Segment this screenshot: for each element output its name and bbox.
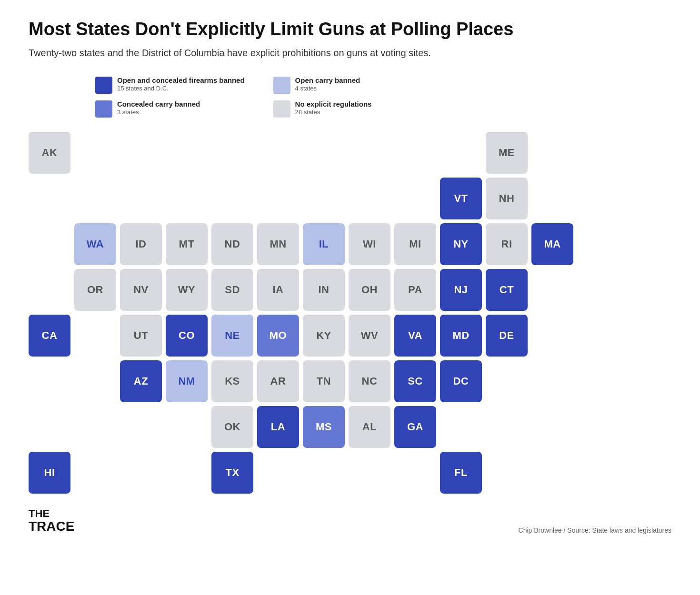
legend: Open and concealed firearms banned15 sta… xyxy=(95,76,671,118)
empty-cell xyxy=(394,132,436,174)
empty-cell xyxy=(74,360,116,402)
empty-cell xyxy=(349,452,390,494)
state-al: AL xyxy=(349,406,390,448)
empty-cell xyxy=(531,269,573,311)
state-la: LA xyxy=(257,406,299,448)
state-nm: NM xyxy=(166,360,208,402)
map-container: Open and concealed firearms banned15 sta… xyxy=(29,76,671,494)
state-pa: PA xyxy=(394,269,436,311)
legend-count-dark-blue: 15 states and D.C. xyxy=(117,85,245,92)
empty-cell xyxy=(303,178,345,219)
state-nv: NV xyxy=(120,269,162,311)
empty-cell xyxy=(29,178,70,219)
legend-label-dark-blue: Open and concealed firearms banned xyxy=(117,76,245,85)
state-nh: NH xyxy=(486,178,528,219)
state-ks: KS xyxy=(211,360,253,402)
state-dc: DC xyxy=(440,360,482,402)
legend-swatch-light-blue xyxy=(273,77,290,94)
state-ct: CT xyxy=(486,269,528,311)
state-ut: UT xyxy=(120,315,162,357)
empty-cell xyxy=(29,223,70,265)
state-ia: IA xyxy=(257,269,299,311)
state-vt: VT xyxy=(440,178,482,219)
legend-item-light-blue: Open carry banned4 states xyxy=(273,76,372,94)
state-co: CO xyxy=(166,315,208,357)
empty-cell xyxy=(211,132,253,174)
empty-cell xyxy=(257,452,299,494)
legend-label-gray: No explicit regulations xyxy=(295,99,372,109)
state-wy: WY xyxy=(166,269,208,311)
state-tn: TN xyxy=(303,360,345,402)
empty-cell xyxy=(120,452,162,494)
state-oh: OH xyxy=(349,269,390,311)
empty-cell xyxy=(120,132,162,174)
legend-swatch-dark-blue xyxy=(95,77,112,94)
legend-item-dark-blue: Open and concealed firearms banned15 sta… xyxy=(95,76,245,94)
state-tx: TX xyxy=(211,452,253,494)
empty-cell xyxy=(531,178,573,219)
empty-cell xyxy=(440,132,482,174)
empty-cell xyxy=(440,406,482,448)
legend-item-gray: No explicit regulations28 states xyxy=(273,99,372,118)
state-wi: WI xyxy=(349,223,390,265)
state-ak: AK xyxy=(29,132,70,174)
state-ar: AR xyxy=(257,360,299,402)
empty-cell xyxy=(486,406,528,448)
state-ms: MS xyxy=(303,406,345,448)
state-il: IL xyxy=(303,223,345,265)
state-de: DE xyxy=(486,315,528,357)
state-nd: ND xyxy=(211,223,253,265)
state-ok: OK xyxy=(211,406,253,448)
page-subtitle: Twenty-two states and the District of Co… xyxy=(29,48,671,59)
state-sc: SC xyxy=(394,360,436,402)
empty-cell xyxy=(531,315,573,357)
empty-cell xyxy=(74,315,116,357)
state-ma: MA xyxy=(531,223,573,265)
state-nj: NJ xyxy=(440,269,482,311)
empty-cell xyxy=(531,360,573,402)
legend-count-gray: 28 states xyxy=(295,109,372,116)
legend-swatch-gray xyxy=(273,100,290,118)
footer: THE TRACE Chip Brownlee / Source: State … xyxy=(29,508,671,534)
state-ny: NY xyxy=(440,223,482,265)
empty-cell xyxy=(257,132,299,174)
state-fl: FL xyxy=(440,452,482,494)
legend-item-medium-blue: Concealed carry banned3 states xyxy=(95,99,245,118)
legend-count-light-blue: 4 states xyxy=(295,85,360,92)
empty-cell xyxy=(531,406,573,448)
legend-label-medium-blue: Concealed carry banned xyxy=(117,99,200,109)
legend-swatch-medium-blue xyxy=(95,100,112,118)
empty-cell xyxy=(74,406,116,448)
logo: THE TRACE xyxy=(29,508,74,534)
state-md: MD xyxy=(440,315,482,357)
empty-cell xyxy=(166,132,208,174)
empty-cell xyxy=(349,178,390,219)
state-nc: NC xyxy=(349,360,390,402)
empty-cell xyxy=(29,360,70,402)
state-mn: MN xyxy=(257,223,299,265)
empty-cell xyxy=(531,452,573,494)
empty-cell xyxy=(257,178,299,219)
empty-cell xyxy=(29,269,70,311)
state-az: AZ xyxy=(120,360,162,402)
state-ri: RI xyxy=(486,223,528,265)
empty-cell xyxy=(74,132,116,174)
source-credit: Chip Brownlee / Source: State laws and l… xyxy=(519,526,671,534)
empty-cell xyxy=(166,178,208,219)
empty-cell xyxy=(29,406,70,448)
state-va: VA xyxy=(394,315,436,357)
state-sd: SD xyxy=(211,269,253,311)
state-grid: AKMEVTNHWAIDMTNDMNILWIMINYRIMAORNVWYSDIA… xyxy=(29,132,671,494)
state-mo: MO xyxy=(257,315,299,357)
empty-cell xyxy=(303,452,345,494)
empty-cell xyxy=(166,406,208,448)
state-hi: HI xyxy=(29,452,70,494)
empty-cell xyxy=(74,178,116,219)
state-ne: NE xyxy=(211,315,253,357)
empty-cell xyxy=(303,132,345,174)
empty-cell xyxy=(394,452,436,494)
empty-cell xyxy=(166,452,208,494)
empty-cell xyxy=(211,178,253,219)
page-title: Most States Don't Explicitly Limit Guns … xyxy=(29,19,671,40)
state-ky: KY xyxy=(303,315,345,357)
